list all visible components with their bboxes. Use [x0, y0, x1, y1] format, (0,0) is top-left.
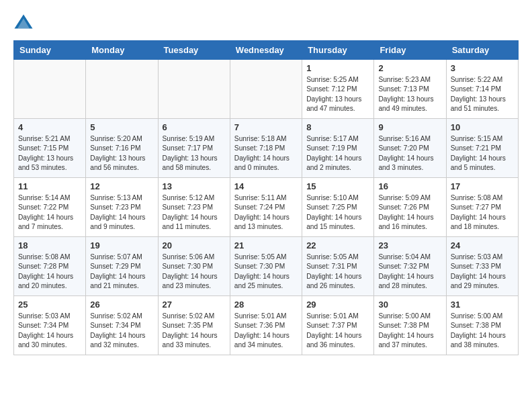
- calendar-cell: 1Sunrise: 5:25 AMSunset: 7:12 PMDaylight…: [302, 60, 374, 119]
- day-info: Sunrise: 5:20 AMSunset: 7:16 PMDaylight:…: [90, 134, 153, 173]
- calendar-cell: 18Sunrise: 5:08 AMSunset: 7:28 PMDayligh…: [14, 237, 86, 296]
- logo-icon: [13, 13, 34, 34]
- day-number: 31: [451, 300, 514, 310]
- page-header: [13, 13, 519, 34]
- week-row-4: 18Sunrise: 5:08 AMSunset: 7:28 PMDayligh…: [14, 237, 519, 296]
- calendar-cell: 5Sunrise: 5:20 AMSunset: 7:16 PMDaylight…: [86, 119, 158, 178]
- calendar-cell: 11Sunrise: 5:14 AMSunset: 7:22 PMDayligh…: [14, 178, 86, 237]
- day-info: Sunrise: 5:18 AMSunset: 7:18 PMDaylight:…: [234, 134, 298, 173]
- calendar-cell: 16Sunrise: 5:09 AMSunset: 7:26 PMDayligh…: [374, 178, 446, 237]
- calendar-cell: 23Sunrise: 5:04 AMSunset: 7:32 PMDayligh…: [374, 237, 446, 296]
- calendar-cell: 27Sunrise: 5:02 AMSunset: 7:35 PMDayligh…: [158, 296, 230, 355]
- calendar-cell: 25Sunrise: 5:03 AMSunset: 7:34 PMDayligh…: [14, 296, 86, 355]
- weekday-header-monday: Monday: [86, 41, 158, 60]
- calendar-cell: 20Sunrise: 5:06 AMSunset: 7:30 PMDayligh…: [158, 237, 230, 296]
- calendar-cell: [86, 60, 158, 119]
- day-info: Sunrise: 5:25 AMSunset: 7:12 PMDaylight:…: [306, 75, 369, 113]
- day-number: 26: [90, 300, 153, 310]
- calendar-cell: 10Sunrise: 5:15 AMSunset: 7:21 PMDayligh…: [446, 119, 518, 178]
- day-info: Sunrise: 5:08 AMSunset: 7:28 PMDaylight:…: [18, 253, 81, 291]
- weekday-header-thursday: Thursday: [302, 41, 374, 60]
- day-info: Sunrise: 5:05 AMSunset: 7:31 PMDaylight:…: [306, 253, 369, 291]
- day-number: 5: [90, 122, 153, 132]
- day-number: 17: [451, 181, 514, 191]
- calendar-cell: 19Sunrise: 5:07 AMSunset: 7:29 PMDayligh…: [86, 237, 158, 296]
- day-info: Sunrise: 5:01 AMSunset: 7:37 PMDaylight:…: [306, 312, 369, 350]
- day-info: Sunrise: 5:15 AMSunset: 7:21 PMDaylight:…: [451, 134, 514, 173]
- day-info: Sunrise: 5:23 AMSunset: 7:13 PMDaylight:…: [378, 75, 441, 113]
- day-number: 20: [163, 240, 226, 250]
- calendar-cell: 26Sunrise: 5:02 AMSunset: 7:34 PMDayligh…: [86, 296, 158, 355]
- day-number: 10: [451, 122, 514, 132]
- calendar-cell: 24Sunrise: 5:03 AMSunset: 7:33 PMDayligh…: [446, 237, 518, 296]
- day-number: 12: [90, 181, 153, 191]
- weekday-header-friday: Friday: [374, 41, 446, 60]
- day-number: 19: [90, 240, 153, 250]
- day-info: Sunrise: 5:14 AMSunset: 7:22 PMDaylight:…: [18, 193, 81, 232]
- calendar-cell: 29Sunrise: 5:01 AMSunset: 7:37 PMDayligh…: [302, 296, 374, 355]
- weekday-header-saturday: Saturday: [446, 41, 518, 60]
- day-number: 28: [234, 300, 298, 310]
- week-row-5: 25Sunrise: 5:03 AMSunset: 7:34 PMDayligh…: [14, 296, 519, 355]
- weekday-header-wednesday: Wednesday: [230, 41, 302, 60]
- day-info: Sunrise: 5:07 AMSunset: 7:29 PMDaylight:…: [90, 253, 153, 291]
- week-row-2: 4Sunrise: 5:21 AMSunset: 7:15 PMDaylight…: [14, 119, 519, 178]
- day-info: Sunrise: 5:05 AMSunset: 7:30 PMDaylight:…: [234, 253, 298, 291]
- day-info: Sunrise: 5:08 AMSunset: 7:27 PMDaylight:…: [451, 193, 514, 232]
- day-info: Sunrise: 5:00 AMSunset: 7:38 PMDaylight:…: [378, 312, 441, 350]
- day-info: Sunrise: 5:21 AMSunset: 7:15 PMDaylight:…: [18, 134, 81, 173]
- day-info: Sunrise: 5:01 AMSunset: 7:36 PMDaylight:…: [234, 312, 298, 350]
- day-info: Sunrise: 5:04 AMSunset: 7:32 PMDaylight:…: [378, 253, 441, 291]
- day-number: 18: [18, 240, 81, 250]
- calendar-cell: 4Sunrise: 5:21 AMSunset: 7:15 PMDaylight…: [14, 119, 86, 178]
- day-number: 29: [306, 300, 369, 310]
- day-number: 4: [18, 122, 81, 132]
- calendar-table: SundayMondayTuesdayWednesdayThursdayFrid…: [13, 40, 519, 355]
- day-info: Sunrise: 5:02 AMSunset: 7:35 PMDaylight:…: [163, 312, 226, 350]
- day-number: 21: [234, 240, 298, 250]
- calendar-cell: 12Sunrise: 5:13 AMSunset: 7:23 PMDayligh…: [86, 178, 158, 237]
- day-info: Sunrise: 5:03 AMSunset: 7:33 PMDaylight:…: [451, 253, 514, 291]
- day-info: Sunrise: 5:09 AMSunset: 7:26 PMDaylight:…: [378, 193, 441, 232]
- day-number: 24: [451, 240, 514, 250]
- day-number: 9: [378, 122, 441, 132]
- day-number: 22: [306, 240, 369, 250]
- day-number: 3: [451, 63, 514, 73]
- calendar-cell: 13Sunrise: 5:12 AMSunset: 7:23 PMDayligh…: [158, 178, 230, 237]
- day-info: Sunrise: 5:19 AMSunset: 7:17 PMDaylight:…: [163, 134, 226, 173]
- calendar-cell: 15Sunrise: 5:10 AMSunset: 7:25 PMDayligh…: [302, 178, 374, 237]
- calendar-cell: [230, 60, 302, 119]
- calendar-cell: 21Sunrise: 5:05 AMSunset: 7:30 PMDayligh…: [230, 237, 302, 296]
- day-info: Sunrise: 5:10 AMSunset: 7:25 PMDaylight:…: [306, 193, 369, 232]
- day-number: 25: [18, 300, 81, 310]
- day-number: 11: [18, 181, 81, 191]
- day-number: 8: [306, 122, 369, 132]
- weekday-header-sunday: Sunday: [14, 41, 86, 60]
- day-info: Sunrise: 5:11 AMSunset: 7:24 PMDaylight:…: [234, 193, 298, 232]
- calendar-cell: 2Sunrise: 5:23 AMSunset: 7:13 PMDaylight…: [374, 60, 446, 119]
- weekday-header-row: SundayMondayTuesdayWednesdayThursdayFrid…: [14, 41, 519, 60]
- day-number: 1: [306, 63, 369, 73]
- calendar-cell: 17Sunrise: 5:08 AMSunset: 7:27 PMDayligh…: [446, 178, 518, 237]
- calendar-cell: 14Sunrise: 5:11 AMSunset: 7:24 PMDayligh…: [230, 178, 302, 237]
- day-info: Sunrise: 5:12 AMSunset: 7:23 PMDaylight:…: [163, 193, 226, 232]
- calendar-cell: 30Sunrise: 5:00 AMSunset: 7:38 PMDayligh…: [374, 296, 446, 355]
- calendar-cell: [14, 60, 86, 119]
- day-info: Sunrise: 5:00 AMSunset: 7:38 PMDaylight:…: [451, 312, 514, 350]
- calendar-cell: 3Sunrise: 5:22 AMSunset: 7:14 PMDaylight…: [446, 60, 518, 119]
- calendar-cell: [158, 60, 230, 119]
- day-number: 30: [378, 300, 441, 310]
- day-info: Sunrise: 5:22 AMSunset: 7:14 PMDaylight:…: [451, 75, 514, 113]
- day-info: Sunrise: 5:06 AMSunset: 7:30 PMDaylight:…: [163, 253, 226, 291]
- day-info: Sunrise: 5:02 AMSunset: 7:34 PMDaylight:…: [90, 312, 153, 350]
- day-number: 13: [163, 181, 226, 191]
- day-number: 14: [234, 181, 298, 191]
- day-number: 2: [378, 63, 441, 73]
- calendar-cell: 9Sunrise: 5:16 AMSunset: 7:20 PMDaylight…: [374, 119, 446, 178]
- logo: [13, 13, 36, 34]
- calendar-cell: 22Sunrise: 5:05 AMSunset: 7:31 PMDayligh…: [302, 237, 374, 296]
- week-row-3: 11Sunrise: 5:14 AMSunset: 7:22 PMDayligh…: [14, 178, 519, 237]
- day-info: Sunrise: 5:13 AMSunset: 7:23 PMDaylight:…: [90, 193, 153, 232]
- day-info: Sunrise: 5:16 AMSunset: 7:20 PMDaylight:…: [378, 134, 441, 173]
- day-number: 15: [306, 181, 369, 191]
